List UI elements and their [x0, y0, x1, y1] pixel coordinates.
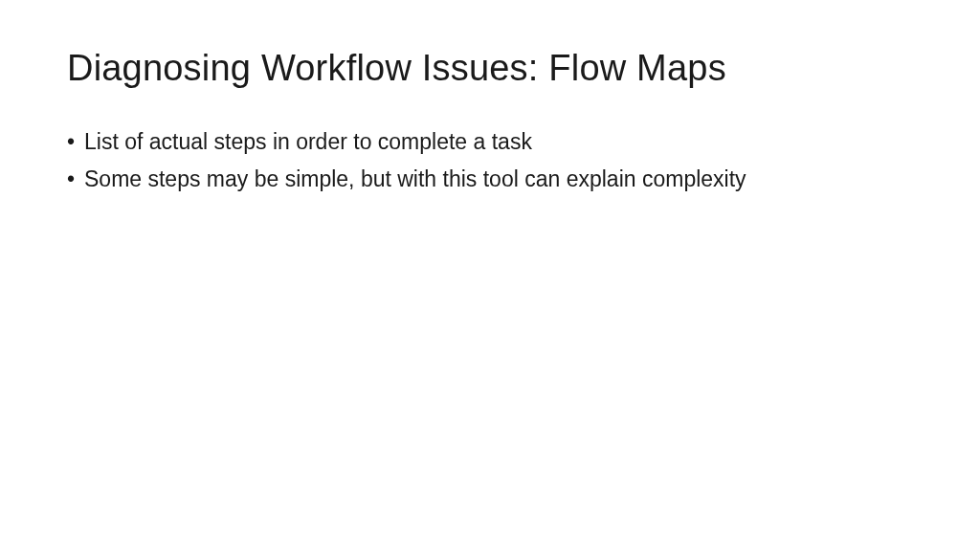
list-item: Some steps may be simple, but with this … [67, 163, 913, 196]
list-item: List of actual steps in order to complet… [67, 125, 913, 159]
slide-title: Diagnosing Workflow Issues: Flow Maps [67, 48, 913, 89]
bullet-list: List of actual steps in order to complet… [67, 125, 913, 195]
